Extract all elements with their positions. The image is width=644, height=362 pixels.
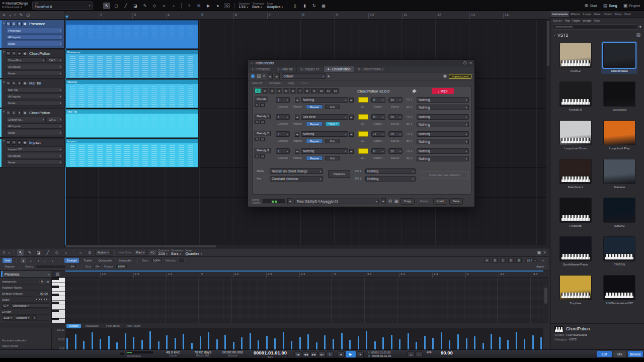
- swing-slider[interactable]: [36, 265, 66, 268]
- instrument-card-trophies[interactable]: Trophies: [557, 274, 594, 306]
- loop-button[interactable]: ↻: [327, 351, 334, 357]
- velocity-bar[interactable]: [540, 337, 542, 350]
- chevron-down-icon[interactable]: [7, 250, 10, 255]
- velocity-bar[interactable]: [291, 341, 292, 350]
- fx2-dropdown[interactable]: Nothing: [417, 139, 469, 144]
- velocity-bar[interactable]: [349, 340, 351, 350]
- scale-slider[interactable]: [36, 299, 49, 300]
- mute-button[interactable]: M: [260, 103, 265, 107]
- quantize-preset-e[interactable]: E: [516, 258, 522, 263]
- velocity-bar[interactable]: [516, 332, 517, 350]
- solo-button[interactable]: S: [255, 154, 259, 158]
- pattern-next-button[interactable]: ▶: [349, 132, 354, 137]
- pin-icon[interactable]: ⊙: [463, 61, 467, 65]
- time-display[interactable]: 00:00:00.000Seconds: [222, 350, 243, 357]
- quantize-preset-d[interactable]: D: [508, 258, 514, 263]
- velocity-bar[interactable]: [424, 336, 426, 350]
- instrument-tab-4[interactable]: 4 - ChordPotion: [324, 66, 355, 72]
- instrument-card-maschine2[interactable]: Maschine 2: [557, 157, 594, 190]
- velocity-bar[interactable]: [191, 343, 193, 350]
- quantize-preset-c[interactable]: C: [500, 258, 506, 263]
- note-value-icon[interactable]: ♪: [28, 258, 33, 263]
- quantize-preset-b[interactable]: B: [492, 258, 498, 263]
- velocity-bar[interactable]: [258, 340, 259, 350]
- velocity-swatch[interactable]: [358, 97, 368, 103]
- mute-button[interactable]: M: [260, 154, 265, 158]
- mute-button[interactable]: M: [6, 140, 11, 145]
- velocity-bar[interactable]: [224, 335, 226, 350]
- instrument-tab-5[interactable]: 5 - ChordPotion 2: [354, 66, 387, 72]
- edit-view-button[interactable]: Edit: [597, 351, 612, 357]
- instrument-card-reaktor5[interactable]: Reaktor5: [557, 196, 594, 229]
- stop-button[interactable]: ■: [338, 351, 345, 357]
- page-project[interactable]: ▣Project: [623, 4, 640, 8]
- velocity-bar[interactable]: [166, 335, 168, 350]
- play-marker-icon[interactable]: ▶: [205, 3, 212, 9]
- gear-icon[interactable]: ⚙: [388, 199, 392, 204]
- lane-tab-modulation[interactable]: Modulation: [83, 324, 102, 328]
- play-button[interactable]: ▶: [346, 351, 356, 357]
- instrument-card-scaler2[interactable]: Scaler2: [601, 196, 637, 229]
- mute-button[interactable]: M: [260, 120, 265, 124]
- piano-keyboard[interactable]: [52, 278, 65, 323]
- velocity-bar[interactable]: [175, 338, 176, 350]
- pattern-slot-6[interactable]: 6: [290, 88, 296, 94]
- root-note-dropdown[interactable]: C: [2, 303, 10, 308]
- mix-view-button[interactable]: Mix: [613, 351, 626, 357]
- pattern-preset-dropdown[interactable]: Time Oddity/5-4 Arpeggio 01: [294, 199, 379, 204]
- instrument-card-kontakt5[interactable]: Kontakt 5: [557, 80, 594, 113]
- instrument-card-chordpotion[interactable]: ChordPotion: [601, 41, 637, 74]
- velocity-bar[interactable]: [116, 342, 118, 350]
- instrument-card-loopcloud[interactable]: Loopcloud: [601, 80, 637, 113]
- septuplet-button[interactable]: Septuplet: [117, 258, 133, 263]
- folder-icon[interactable]: ▤: [636, 33, 640, 37]
- pattern-dropdown[interactable]: Nothing: [301, 97, 348, 103]
- editor-quantize-dropdown[interactable]: 1/16: [158, 252, 169, 256]
- velocity-bar[interactable]: [92, 332, 93, 350]
- global-fx2-dropdown[interactable]: Nothing: [365, 176, 416, 182]
- mode-dropdown[interactable]: Restart on chord change: [270, 168, 323, 174]
- plugin-window-titlebar[interactable]: ∷ Instruments ⊙ ×: [248, 60, 474, 66]
- pattern-preset-prev-button[interactable]: ◀: [287, 198, 292, 204]
- mute-button[interactable]: M: [6, 51, 11, 56]
- input-quantize-toggle[interactable]: IQ: [224, 3, 230, 8]
- record-button[interactable]: ●: [357, 351, 364, 357]
- monitor-button[interactable]: ▣: [23, 140, 27, 145]
- record-output-icon[interactable]: ◉: [443, 74, 447, 78]
- track-name[interactable]: ChordPotion: [29, 111, 50, 115]
- straight-button[interactable]: Straight: [64, 258, 79, 263]
- velocity-bar[interactable]: [482, 343, 484, 350]
- pattern-next-button[interactable]: ▶: [349, 149, 354, 154]
- tripletize-button[interactable]: Tripletize: [328, 170, 350, 178]
- velocity-bar[interactable]: [474, 336, 475, 350]
- output-dropdown[interactable]: None: [6, 41, 63, 46]
- edit-button[interactable]: Edit: [325, 139, 340, 143]
- end-value[interactable]: 0%: [93, 264, 102, 269]
- repeat-button[interactable]: Repeat: [306, 156, 323, 160]
- audition-notes-toggle[interactable]: Audition Notes: [2, 285, 49, 291]
- repeat-button[interactable]: Repeat: [306, 105, 323, 109]
- pattern-slot-8[interactable]: 8: [304, 88, 310, 94]
- velocity-bar[interactable]: [432, 338, 434, 350]
- velocity-bar[interactable]: [100, 339, 101, 350]
- instrument-card-massive[interactable]: Massive: [601, 157, 637, 190]
- browser-tab-cloud[interactable]: Cloud: [602, 11, 613, 17]
- midi-event-track1[interactable]: [65, 20, 198, 49]
- quintuplet-button[interactable]: Quintuplet: [96, 258, 114, 263]
- octave-dropdown[interactable]: -1: [371, 131, 385, 137]
- mute-button[interactable]: M: [6, 22, 11, 26]
- channel-dropdown[interactable]: 1: [276, 131, 290, 137]
- velocity-value[interactable]: [178, 258, 185, 263]
- speaker-icon[interactable]: [413, 89, 418, 94]
- speed-dropdown[interactable]: 1x: [388, 97, 403, 103]
- time-signature-display[interactable]: 4/4: [427, 350, 432, 354]
- output-dropdown[interactable]: None: [6, 70, 63, 76]
- preset-dropdown[interactable]: default: [282, 73, 326, 79]
- solo-button[interactable]: S: [12, 22, 16, 26]
- velocity-bar[interactable]: [466, 338, 467, 350]
- zoom-tool[interactable]: ⊙: [86, 249, 93, 256]
- length-value-dropdown[interactable]: 1/16: [2, 315, 13, 320]
- loop-range-display[interactable]: L00001.01.01.00 R00005.01.01.00: [368, 351, 391, 358]
- instrument-tab-2[interactable]: 2 - Mai Tai: [274, 66, 297, 72]
- lane-tab-pitchbend[interactable]: Pitch Bend: [104, 324, 122, 328]
